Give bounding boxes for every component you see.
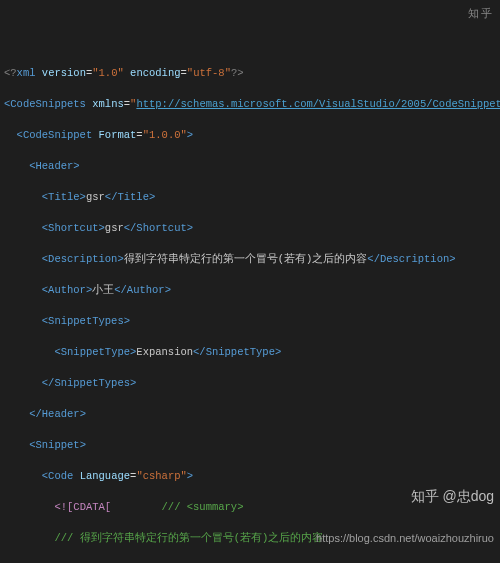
doc-summary-text: /// 得到字符串特定行的第一个冒号(若有)之后的内容 <box>54 532 323 544</box>
doc-summary-open: /// <summary> <box>162 501 244 513</box>
xml-encoding: utf-8 <box>193 67 225 79</box>
xml-version: 1.0 <box>99 67 118 79</box>
code-language: csharp <box>143 470 181 482</box>
title-text: gsr <box>86 191 105 203</box>
format: 1.0.0 <box>149 129 181 141</box>
description-text: 得到字符串特定行的第一个冒号(若有)之后的内容 <box>124 253 368 265</box>
code-editor[interactable]: <?xml version="1.0" encoding="utf-8"?> <… <box>4 66 492 563</box>
shortcut-text: gsr <box>105 222 124 234</box>
snippet-type-text: Expansion <box>136 346 193 358</box>
cdata-open: <![CDATA[ <box>54 501 111 513</box>
xmlns-url: http://schemas.microsoft.com/VisualStudi… <box>136 98 500 110</box>
corner-watermark: 知乎 <box>468 6 494 22</box>
author-text: 小王 <box>92 284 114 296</box>
